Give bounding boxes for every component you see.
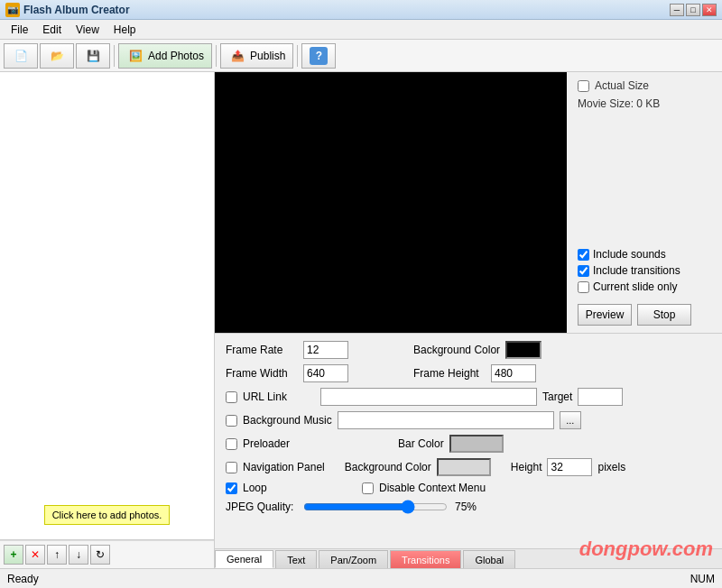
left-panel: Click here to add photos. + ✕ ↑ ↓ ↻ [0,72,215,568]
tabs-bar: General Text Pan/Zoom Transitions Global [215,548,722,568]
new-button[interactable]: 📄 [4,43,38,69]
open-icon: 📂 [48,47,66,65]
toolbar-separator-2 [216,45,217,67]
bar-color-label: Bar Color [398,437,444,450]
nav-panel-checkbox[interactable] [226,462,237,473]
move-up-button[interactable]: ↑ [47,545,67,565]
menu-file[interactable]: File [4,22,35,38]
tab-text[interactable]: Text [275,550,317,568]
close-button[interactable]: ✕ [702,4,717,16]
frame-rate-row: Frame Rate Background Color [226,341,711,359]
publish-label: Publish [250,50,285,62]
bg-music-browse-button[interactable]: ... [560,411,581,429]
help-icon: ? [310,47,328,65]
add-photos-button[interactable]: 🖼️ Add Photos [118,43,212,69]
photo-toolbar: + ✕ ↑ ↓ ↻ [0,540,214,568]
app-title: Flash Album Creator [23,4,670,16]
status-bar: Ready NUM [0,568,722,588]
height-label: Height [511,461,542,473]
frame-rate-input[interactable] [303,341,348,359]
nav-panel-label: Navigation Panel [243,461,325,473]
preview-button[interactable]: Preview [578,304,632,326]
toolbar-separator-3 [297,45,298,67]
include-transitions-checkbox[interactable] [578,265,589,277]
publish-icon: 📤 [228,47,246,65]
settings-area: Frame Rate Background Color Frame Width … [215,334,722,548]
maximize-button[interactable]: □ [686,4,700,16]
stop-button[interactable]: Stop [637,304,691,326]
bar-color-picker[interactable] [449,435,504,453]
current-slide-label: Current slide only [593,280,677,293]
num-lock-indicator: NUM [690,573,715,585]
toolbar-separator-1 [114,45,115,67]
window-controls: ─ □ ✕ [670,4,717,16]
delete-photo-button[interactable]: ✕ [25,545,45,565]
url-link-input[interactable] [320,388,537,406]
actual-size-checkbox[interactable] [578,80,589,92]
loop-label: Loop [243,482,315,494]
disable-context-label: Disable Context Menu [379,482,486,494]
add-photos-hint[interactable]: Click here to add photos. [44,505,171,525]
right-panel: Actual Size Movie Size: 0 KB Include sou… [215,72,722,568]
preloader-checkbox[interactable] [226,438,237,450]
target-input[interactable] [578,388,623,406]
url-link-checkbox[interactable] [226,391,237,403]
add-photos-label: Add Photos [148,50,204,62]
frame-rate-label: Frame Rate [226,344,298,356]
target-label: Target [542,390,572,403]
main-area: Click here to add photos. + ✕ ↑ ↓ ↻ Actu… [0,72,722,568]
jpeg-quality-value: 75% [455,501,477,513]
app-icon: 📷 [5,3,20,17]
tab-panzoom[interactable]: Pan/Zoom [319,550,388,568]
jpeg-quality-slider-container: 75% [303,500,477,514]
current-slide-checkbox[interactable] [578,281,589,293]
height-input[interactable] [547,458,592,476]
save-icon: 💾 [84,47,102,65]
preview-controls: Actual Size Movie Size: 0 KB Include sou… [567,72,722,333]
include-sounds-checkbox[interactable] [578,249,589,261]
include-sounds-label: Include sounds [593,248,666,261]
preloader-row: Preloader Bar Color [226,435,711,453]
frame-size-row: Frame Width Frame Height [226,364,711,382]
photo-list-area: Click here to add photos. [0,72,214,540]
movie-size-label: Movie Size: 0 KB [578,97,711,110]
toolbar: 📄 📂 💾 🖼️ Add Photos 📤 Publish ? [0,40,722,72]
frame-width-label: Frame Width [226,367,298,380]
open-button[interactable]: 📂 [40,43,74,69]
add-photo-button[interactable]: + [4,545,23,565]
frame-width-input[interactable] [303,364,348,382]
jpeg-quality-row: JPEG Quality: 75% [226,500,711,514]
url-row: URL Link Target [226,388,711,406]
save-button[interactable]: 💾 [76,43,110,69]
menu-help[interactable]: Help [106,22,143,38]
menu-edit[interactable]: Edit [35,22,69,38]
help-button[interactable]: ? [301,43,336,69]
disable-context-checkbox[interactable] [362,482,374,494]
bg-color-picker[interactable] [505,341,542,359]
loop-row: Loop Disable Context Menu [226,482,711,494]
frame-height-input[interactable] [491,364,536,382]
pixels-label: pixels [597,461,625,473]
bg-color-label: Background Color [413,344,500,356]
move-down-button[interactable]: ↓ [69,545,88,565]
menu-view[interactable]: View [69,22,106,38]
minimize-button[interactable]: ─ [670,4,684,16]
bg-music-checkbox[interactable] [226,415,237,427]
menu-bar: File Edit View Help [0,20,722,40]
include-transitions-label: Include transitions [593,264,680,277]
bg-music-label: Background Music [243,414,332,427]
publish-button[interactable]: 📤 Publish [220,43,293,69]
preloader-label: Preloader [243,437,315,450]
nav-bg-color-label: Background Color [345,461,431,473]
loop-checkbox[interactable] [226,482,237,494]
status-text: Ready [7,573,39,585]
rotate-button[interactable]: ↻ [90,545,110,565]
bg-music-input[interactable] [338,411,554,429]
tab-general[interactable]: General [215,550,273,568]
tab-global[interactable]: Global [463,550,515,568]
nav-bg-color-picker[interactable] [437,458,491,476]
tab-transitions[interactable]: Transitions [390,550,461,568]
preview-area: Actual Size Movie Size: 0 KB Include sou… [215,72,722,334]
jpeg-quality-slider[interactable] [303,500,448,514]
add-photos-icon: 🖼️ [126,47,144,65]
